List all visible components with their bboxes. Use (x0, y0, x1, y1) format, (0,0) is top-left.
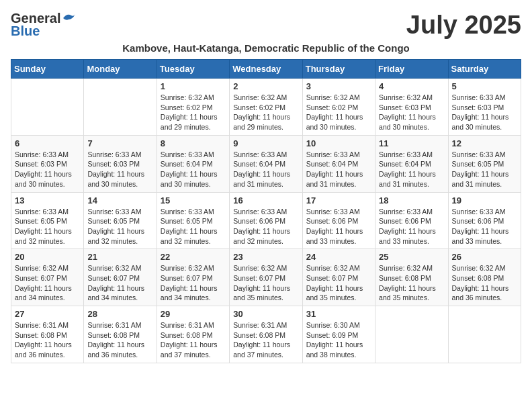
day-number: 3 (306, 81, 371, 91)
calendar-cell: 26Sunrise: 6:32 AMSunset: 6:08 PMDayligh… (448, 249, 521, 306)
day-number: 18 (379, 195, 444, 205)
day-info: Sunrise: 6:32 AMSunset: 6:02 PMDaylight:… (233, 93, 298, 132)
calendar-cell: 1Sunrise: 6:32 AMSunset: 6:02 PMDaylight… (157, 79, 229, 136)
day-number: 8 (161, 138, 226, 148)
header: General Blue July 2025 (11, 11, 521, 40)
day-info: Sunrise: 6:32 AMSunset: 6:08 PMDaylight:… (452, 263, 517, 303)
day-number: 11 (379, 138, 444, 148)
day-info: Sunrise: 6:33 AMSunset: 6:06 PMDaylight:… (233, 207, 298, 246)
day-number: 28 (87, 309, 152, 319)
day-info: Sunrise: 6:31 AMSunset: 6:08 PMDaylight:… (87, 320, 152, 360)
calendar-cell: 7Sunrise: 6:33 AMSunset: 6:03 PMDaylight… (84, 135, 157, 192)
calendar-cell: 18Sunrise: 6:33 AMSunset: 6:06 PMDayligh… (375, 192, 448, 249)
day-number: 21 (87, 252, 152, 262)
day-number: 9 (233, 138, 298, 148)
day-number: 22 (161, 252, 226, 262)
day-number: 4 (379, 81, 444, 91)
day-info: Sunrise: 6:33 AMSunset: 6:06 PMDaylight:… (452, 207, 517, 246)
day-info: Sunrise: 6:33 AMSunset: 6:06 PMDaylight:… (379, 207, 444, 246)
calendar-table: SundayMondayTuesdayWednesdayThursdayFrid… (11, 59, 521, 363)
day-info: Sunrise: 6:32 AMSunset: 6:08 PMDaylight:… (379, 263, 444, 303)
month-title: July 2025 (406, 11, 521, 40)
calendar-cell: 21Sunrise: 6:32 AMSunset: 6:07 PMDayligh… (84, 249, 157, 306)
weekday-header: Wednesday (230, 60, 302, 79)
calendar-cell: 25Sunrise: 6:32 AMSunset: 6:08 PMDayligh… (375, 249, 448, 306)
day-number: 7 (87, 138, 152, 148)
day-info: Sunrise: 6:33 AMSunset: 6:04 PMDaylight:… (161, 150, 226, 189)
day-number: 13 (15, 195, 80, 205)
calendar-cell: 13Sunrise: 6:33 AMSunset: 6:05 PMDayligh… (11, 192, 84, 249)
day-number: 23 (233, 252, 298, 262)
day-info: Sunrise: 6:33 AMSunset: 6:05 PMDaylight:… (87, 207, 152, 246)
day-number: 16 (233, 195, 298, 205)
day-info: Sunrise: 6:33 AMSunset: 6:04 PMDaylight:… (233, 150, 298, 189)
day-number: 31 (306, 309, 371, 319)
day-info: Sunrise: 6:32 AMSunset: 6:07 PMDaylight:… (161, 263, 226, 303)
day-number: 14 (87, 195, 152, 205)
day-info: Sunrise: 6:32 AMSunset: 6:07 PMDaylight:… (15, 263, 80, 303)
logo: General Blue (11, 11, 77, 39)
logo-bird-icon (62, 11, 77, 24)
day-number: 25 (379, 252, 444, 262)
calendar-cell: 27Sunrise: 6:31 AMSunset: 6:08 PMDayligh… (11, 306, 84, 363)
weekday-header: Tuesday (157, 60, 229, 79)
logo-blue-text: Blue (11, 24, 40, 39)
day-info: Sunrise: 6:31 AMSunset: 6:08 PMDaylight:… (161, 320, 226, 360)
calendar-cell: 6Sunrise: 6:33 AMSunset: 6:03 PMDaylight… (11, 135, 84, 192)
calendar-week-row: 6Sunrise: 6:33 AMSunset: 6:03 PMDaylight… (11, 135, 521, 192)
day-number: 27 (15, 309, 80, 319)
day-info: Sunrise: 6:33 AMSunset: 6:04 PMDaylight:… (379, 150, 444, 189)
calendar-cell: 2Sunrise: 6:32 AMSunset: 6:02 PMDaylight… (230, 79, 302, 136)
day-number: 15 (161, 195, 226, 205)
day-info: Sunrise: 6:32 AMSunset: 6:02 PMDaylight:… (306, 93, 371, 132)
calendar-cell: 9Sunrise: 6:33 AMSunset: 6:04 PMDaylight… (230, 135, 302, 192)
calendar-cell: 3Sunrise: 6:32 AMSunset: 6:02 PMDaylight… (302, 79, 375, 136)
day-number: 1 (161, 81, 226, 91)
day-info: Sunrise: 6:33 AMSunset: 6:06 PMDaylight:… (306, 207, 371, 246)
weekday-header: Monday (84, 60, 157, 79)
day-info: Sunrise: 6:32 AMSunset: 6:07 PMDaylight:… (233, 263, 298, 303)
calendar-cell: 30Sunrise: 6:31 AMSunset: 6:08 PMDayligh… (230, 306, 302, 363)
day-info: Sunrise: 6:32 AMSunset: 6:07 PMDaylight:… (87, 263, 152, 303)
calendar-week-row: 27Sunrise: 6:31 AMSunset: 6:08 PMDayligh… (11, 306, 521, 363)
calendar-cell: 14Sunrise: 6:33 AMSunset: 6:05 PMDayligh… (84, 192, 157, 249)
day-info: Sunrise: 6:33 AMSunset: 6:05 PMDaylight:… (15, 207, 80, 246)
calendar-cell: 4Sunrise: 6:32 AMSunset: 6:03 PMDaylight… (375, 79, 448, 136)
day-info: Sunrise: 6:32 AMSunset: 6:03 PMDaylight:… (379, 93, 444, 132)
day-number: 26 (452, 252, 517, 262)
day-number: 17 (306, 195, 371, 205)
day-number: 19 (452, 195, 517, 205)
day-number: 5 (452, 81, 517, 91)
calendar-cell: 16Sunrise: 6:33 AMSunset: 6:06 PMDayligh… (230, 192, 302, 249)
day-number: 24 (306, 252, 371, 262)
calendar-cell (84, 79, 157, 136)
calendar-cell: 28Sunrise: 6:31 AMSunset: 6:08 PMDayligh… (84, 306, 157, 363)
day-info: Sunrise: 6:33 AMSunset: 6:05 PMDaylight:… (161, 207, 226, 246)
day-info: Sunrise: 6:31 AMSunset: 6:08 PMDaylight:… (15, 320, 80, 360)
day-number: 6 (15, 138, 80, 148)
weekday-header: Friday (375, 60, 448, 79)
day-info: Sunrise: 6:33 AMSunset: 6:05 PMDaylight:… (452, 150, 517, 189)
calendar-cell: 10Sunrise: 6:33 AMSunset: 6:04 PMDayligh… (302, 135, 375, 192)
calendar-week-row: 1Sunrise: 6:32 AMSunset: 6:02 PMDaylight… (11, 79, 521, 136)
day-info: Sunrise: 6:32 AMSunset: 6:07 PMDaylight:… (306, 263, 371, 303)
day-info: Sunrise: 6:31 AMSunset: 6:08 PMDaylight:… (233, 320, 298, 360)
calendar-cell: 19Sunrise: 6:33 AMSunset: 6:06 PMDayligh… (448, 192, 521, 249)
calendar-cell: 22Sunrise: 6:32 AMSunset: 6:07 PMDayligh… (157, 249, 229, 306)
day-info: Sunrise: 6:33 AMSunset: 6:03 PMDaylight:… (15, 150, 80, 189)
calendar-cell (448, 306, 521, 363)
calendar-cell: 5Sunrise: 6:33 AMSunset: 6:03 PMDaylight… (448, 79, 521, 136)
weekday-header: Saturday (448, 60, 521, 79)
weekday-header: Sunday (11, 60, 84, 79)
day-info: Sunrise: 6:32 AMSunset: 6:02 PMDaylight:… (161, 93, 226, 132)
weekday-header: Thursday (302, 60, 375, 79)
day-number: 2 (233, 81, 298, 91)
calendar-cell (375, 306, 448, 363)
day-number: 29 (161, 309, 226, 319)
calendar-cell: 17Sunrise: 6:33 AMSunset: 6:06 PMDayligh… (302, 192, 375, 249)
day-info: Sunrise: 6:33 AMSunset: 6:04 PMDaylight:… (306, 150, 371, 189)
calendar-week-row: 13Sunrise: 6:33 AMSunset: 6:05 PMDayligh… (11, 192, 521, 249)
calendar-cell: 23Sunrise: 6:32 AMSunset: 6:07 PMDayligh… (230, 249, 302, 306)
calendar-header-row: SundayMondayTuesdayWednesdayThursdayFrid… (11, 60, 521, 79)
day-info: Sunrise: 6:33 AMSunset: 6:03 PMDaylight:… (87, 150, 152, 189)
